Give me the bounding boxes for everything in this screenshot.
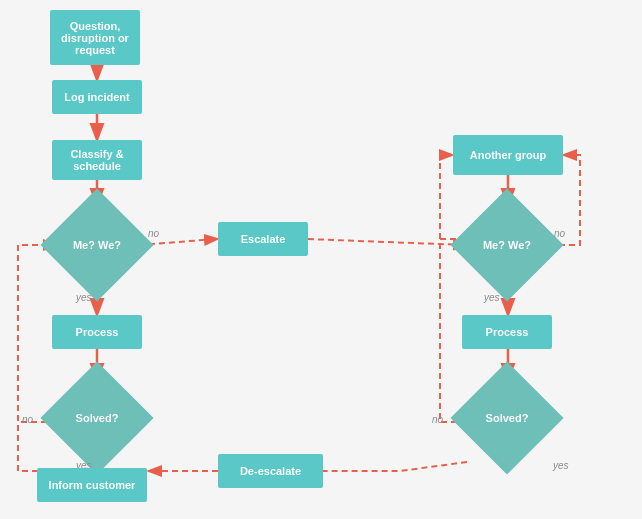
- de-escalate-node: De-escalate: [218, 454, 323, 488]
- yes4-label: yes: [553, 460, 569, 471]
- yes3-label: yes: [484, 292, 500, 303]
- me-we-1-node: Me? We?: [57, 205, 137, 285]
- no4-label: no: [432, 414, 443, 425]
- yes1-label: yes: [76, 292, 92, 303]
- no1-label: no: [148, 228, 159, 239]
- solved2-node: Solved?: [467, 378, 547, 458]
- me-we-2-node: Me? We?: [467, 205, 547, 285]
- solved1-node: Solved?: [57, 378, 137, 458]
- question-node: Question, disruption or request: [50, 10, 140, 65]
- flowchart: Question, disruption or request Log inci…: [0, 0, 642, 519]
- no2-label: no: [22, 414, 33, 425]
- another-group-node: Another group: [453, 135, 563, 175]
- svg-line-10: [308, 239, 465, 245]
- log-incident-node: Log incident: [52, 80, 142, 114]
- escalate-node: Escalate: [218, 222, 308, 256]
- classify-node: Classify & schedule: [52, 140, 142, 180]
- no3-label: no: [554, 228, 565, 239]
- process1-node: Process: [52, 315, 142, 349]
- inform-customer-node: Inform customer: [37, 468, 147, 502]
- process2-node: Process: [462, 315, 552, 349]
